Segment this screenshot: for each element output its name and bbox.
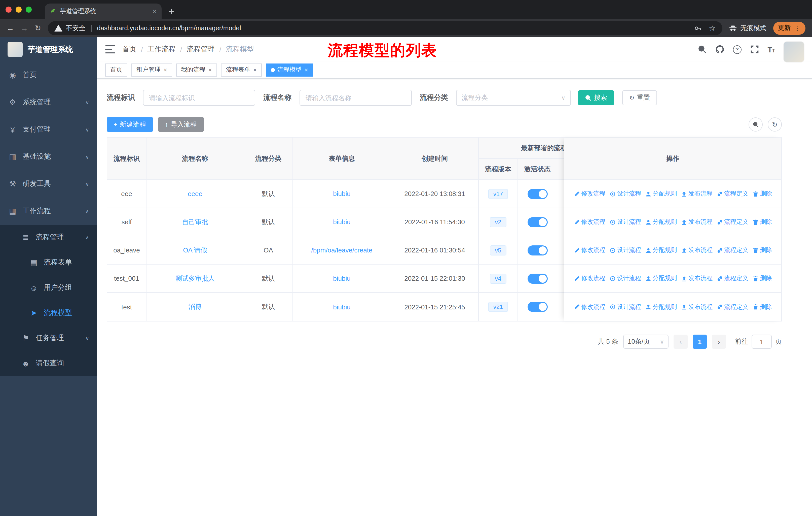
form-link[interactable]: biubiu [333, 275, 350, 282]
action-design[interactable]: 设计流程 [609, 189, 641, 198]
create-process-button[interactable]: + 新建流程 [107, 117, 153, 132]
sidebar-item-home[interactable]: ◉首页 [0, 61, 97, 89]
sidebar-item-user-group[interactable]: ☺用户分组 [0, 275, 97, 300]
filter-name-input[interactable] [299, 90, 412, 106]
action-modify[interactable]: 修改流程 [574, 246, 605, 254]
help-icon[interactable]: ? [733, 45, 741, 54]
zoom-window-button[interactable] [26, 6, 32, 12]
tab-close-icon[interactable]: × [152, 7, 156, 15]
new-tab-button[interactable]: + [169, 6, 174, 16]
close-icon[interactable]: × [304, 66, 308, 73]
version-tag[interactable]: v21 [488, 302, 508, 312]
address-bar[interactable]: 不安全 dashboard.yudao.iocoder.cn/bpm/manag… [48, 21, 722, 35]
reset-button[interactable]: ↻ 重置 [622, 90, 657, 105]
active-toggle[interactable] [527, 217, 547, 227]
refresh-table-button[interactable]: ↻ [768, 117, 782, 132]
tab-my-process[interactable]: 我的流程× [176, 63, 217, 76]
update-button[interactable]: 更新 ⋮ [773, 21, 806, 34]
goto-page-input[interactable] [752, 334, 772, 349]
sidebar-item-system[interactable]: ⚙系统管理∨ [0, 89, 97, 116]
process-name-link[interactable]: 滔博 [188, 302, 202, 311]
action-modify[interactable]: 修改流程 [574, 274, 605, 283]
form-link[interactable]: biubiu [333, 190, 350, 197]
action-definition[interactable]: 流程定义 [717, 274, 748, 283]
process-name-link[interactable]: eeee [188, 190, 202, 197]
sidebar-logo[interactable]: 芋道管理系统 [0, 37, 97, 61]
action-publish[interactable]: 发布流程 [681, 218, 713, 226]
import-process-button[interactable]: ↑ 导入流程 [158, 117, 204, 132]
action-definition[interactable]: 流程定义 [717, 189, 748, 198]
action-delete[interactable]: 删除 [752, 303, 772, 311]
search-icon[interactable] [697, 45, 706, 54]
tab-tenant-management[interactable]: 租户管理× [132, 63, 172, 76]
version-tag[interactable]: v5 [490, 245, 506, 255]
sidebar-item-process-management[interactable]: ≣流程管理∧ [0, 225, 97, 250]
toggle-search-button[interactable] [749, 117, 763, 132]
active-toggle[interactable] [527, 302, 547, 312]
action-assign-rule[interactable]: 分配规则 [645, 303, 677, 311]
form-link[interactable]: /bpm/oa/leave/create [311, 246, 373, 254]
action-assign-rule[interactable]: 分配规则 [645, 218, 677, 226]
action-design[interactable]: 设计流程 [609, 274, 641, 283]
action-definition[interactable]: 流程定义 [717, 303, 748, 311]
version-tag[interactable]: v2 [490, 217, 506, 227]
breadcrumb-item[interactable]: 流程管理 [187, 45, 215, 54]
action-delete[interactable]: 删除 [752, 274, 772, 283]
search-button[interactable]: 搜索 [578, 90, 614, 105]
browser-tab[interactable]: 芋道管理系统 × [45, 3, 162, 19]
github-icon[interactable] [715, 45, 724, 54]
action-assign-rule[interactable]: 分配规则 [645, 246, 677, 254]
action-publish[interactable]: 发布流程 [681, 189, 713, 198]
filter-category-select[interactable]: 流程分类 ∨ [456, 90, 571, 106]
action-publish[interactable]: 发布流程 [681, 274, 713, 283]
form-link[interactable]: biubiu [333, 218, 350, 226]
form-link[interactable]: biubiu [333, 303, 350, 311]
sidebar-item-payment[interactable]: ¥支付管理∨ [0, 116, 97, 143]
reload-button[interactable]: ↻ [35, 24, 41, 32]
minimize-window-button[interactable] [16, 6, 22, 12]
sidebar-item-infrastructure[interactable]: ▥基础设施∨ [0, 143, 97, 170]
filter-id-input[interactable] [143, 90, 255, 106]
next-page-button[interactable]: › [712, 334, 726, 349]
sidebar-item-dev-tools[interactable]: ⚒研发工具∨ [0, 170, 97, 197]
sidebar-item-process-model[interactable]: ➤流程模型 [0, 300, 97, 326]
process-name-link[interactable]: 测试多审批人 [175, 274, 215, 283]
tab-process-model[interactable]: 流程模型× [266, 63, 313, 76]
close-icon[interactable]: × [253, 66, 257, 73]
process-name-link[interactable]: OA 请假 [183, 246, 207, 255]
key-icon[interactable] [694, 24, 702, 32]
sidebar-item-task-management[interactable]: ⚑任务管理∨ [0, 326, 97, 351]
active-toggle[interactable] [527, 273, 547, 283]
action-delete[interactable]: 删除 [752, 189, 772, 198]
sidebar-toggle-icon[interactable] [105, 45, 115, 53]
action-publish[interactable]: 发布流程 [681, 246, 713, 254]
breadcrumb-item[interactable]: 工作流程 [147, 45, 176, 54]
bookmark-star-icon[interactable]: ☆ [709, 23, 716, 32]
font-size-icon[interactable]: TT [767, 45, 775, 54]
close-icon[interactable]: × [208, 66, 212, 73]
action-delete[interactable]: 删除 [752, 218, 772, 226]
action-definition[interactable]: 流程定义 [717, 246, 748, 254]
page-size-select[interactable]: 10条/页 ∨ [623, 334, 669, 349]
close-window-button[interactable] [5, 6, 11, 12]
sidebar-item-leave-query[interactable]: ☻请假查询 [0, 351, 97, 376]
version-tag[interactable]: v17 [488, 189, 508, 199]
action-modify[interactable]: 修改流程 [574, 189, 605, 198]
back-button[interactable]: ← [6, 24, 14, 32]
action-design[interactable]: 设计流程 [609, 303, 641, 311]
tab-home[interactable]: 首页 [105, 63, 127, 76]
active-toggle[interactable] [527, 189, 547, 199]
breadcrumb-item[interactable]: 首页 [122, 45, 137, 54]
action-definition[interactable]: 流程定义 [717, 218, 748, 226]
action-assign-rule[interactable]: 分配规则 [645, 274, 677, 283]
user-avatar[interactable] [784, 42, 804, 62]
action-modify[interactable]: 修改流程 [574, 218, 605, 226]
forward-button[interactable]: → [21, 24, 28, 32]
menu-dots-icon[interactable]: ⋮ [794, 24, 801, 32]
action-assign-rule[interactable]: 分配规则 [645, 189, 677, 198]
current-page[interactable]: 1 [693, 334, 707, 349]
version-tag[interactable]: v4 [490, 273, 506, 283]
tab-process-form[interactable]: 流程表单× [221, 63, 262, 76]
action-delete[interactable]: 删除 [752, 246, 772, 254]
action-modify[interactable]: 修改流程 [574, 303, 605, 311]
